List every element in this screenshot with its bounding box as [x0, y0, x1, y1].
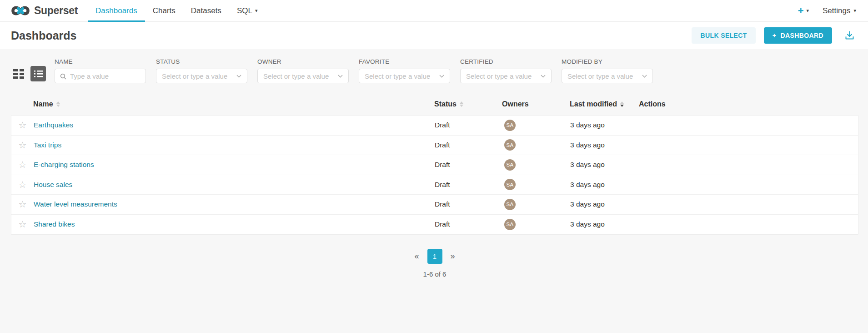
- last-modified-cell: 3 days ago: [570, 141, 639, 149]
- new-item-menu[interactable]: + ▾: [798, 6, 809, 16]
- owner-avatar[interactable]: SA: [504, 159, 516, 171]
- favorite-star-icon[interactable]: ☆: [19, 141, 27, 150]
- nav-item-sql[interactable]: SQL ▾: [229, 0, 266, 21]
- filter-label: STATUS: [156, 58, 247, 65]
- row-count-summary: 1-6 of 6: [11, 270, 858, 278]
- last-modified-cell: 3 days ago: [570, 220, 639, 228]
- header-actions: BULK SELECT + DASHBOARD: [692, 27, 856, 44]
- filter-name: NAME: [55, 58, 146, 83]
- card-view-icon: [13, 69, 24, 79]
- dashboard-link[interactable]: Taxi trips: [34, 141, 61, 149]
- content-area: NAME STATUS Select or type a value OWNE: [0, 49, 868, 333]
- sort-desc-icon: [620, 101, 624, 107]
- list-view-icon: [34, 71, 43, 77]
- status-cell: Draft: [435, 220, 502, 228]
- sort-icon: [56, 101, 60, 107]
- view-mode-toggle: [11, 66, 46, 83]
- favorite-star-icon[interactable]: ☆: [19, 180, 27, 189]
- nav-item-datasets[interactable]: Datasets: [183, 0, 229, 21]
- filter-label: CERTIFIED: [460, 58, 552, 65]
- page-title: Dashboards: [11, 29, 76, 42]
- status-cell: Draft: [435, 161, 502, 169]
- caret-down-icon: ▾: [807, 8, 809, 13]
- nav-item-charts[interactable]: Charts: [145, 0, 183, 21]
- nav-menu: Dashboards Charts Datasets SQL ▾: [88, 0, 265, 21]
- last-modified-cell: 3 days ago: [570, 121, 639, 129]
- dashboard-link[interactable]: E-charging stations: [34, 161, 94, 168]
- favorite-star-icon[interactable]: ☆: [19, 220, 27, 229]
- favorite-star-icon[interactable]: ☆: [19, 200, 27, 209]
- filter-owner: OWNER Select or type a value: [257, 58, 349, 83]
- name-filter-input[interactable]: [55, 69, 146, 83]
- page-header: Dashboards BULK SELECT + DASHBOARD: [0, 22, 868, 49]
- owner-avatar[interactable]: SA: [504, 219, 516, 230]
- navbar-right: + ▾ Settings ▾: [798, 0, 856, 21]
- table-row: ☆ Water level measurements Draft SA 3 da…: [11, 195, 858, 215]
- filter-label: MODIFIED BY: [562, 58, 653, 65]
- dashboards-table: Name Status Owners Last modified Actions…: [11, 93, 858, 235]
- favorite-star-icon[interactable]: ☆: [19, 121, 27, 130]
- plus-icon: +: [773, 32, 777, 39]
- caret-down-icon: ▾: [853, 8, 856, 13]
- superset-logo[interactable]: Superset: [11, 0, 78, 21]
- download-icon: [844, 30, 855, 41]
- filter-status: STATUS Select or type a value: [156, 58, 247, 83]
- favorite-filter-select[interactable]: Select or type a value: [359, 69, 450, 83]
- dashboard-link[interactable]: Shared bikes: [34, 220, 75, 228]
- status-filter-select[interactable]: Select or type a value: [156, 69, 247, 83]
- page-1-button[interactable]: 1: [427, 249, 442, 264]
- bulk-select-button[interactable]: BULK SELECT: [692, 27, 755, 44]
- brand-name: Superset: [34, 5, 78, 17]
- chevron-down-icon: [338, 75, 343, 78]
- top-navbar: Superset Dashboards Charts Datasets SQL …: [0, 0, 868, 22]
- dashboard-link[interactable]: Earthquakes: [34, 121, 73, 129]
- import-dashboards-button[interactable]: [843, 29, 856, 42]
- status-cell: Draft: [435, 121, 502, 129]
- table-row: ☆ Taxi trips Draft SA 3 days ago: [11, 136, 858, 156]
- dashboard-link[interactable]: House sales: [34, 181, 72, 188]
- favorite-star-icon[interactable]: ☆: [19, 160, 27, 169]
- chevron-down-icon: [541, 75, 546, 78]
- owner-avatar[interactable]: SA: [504, 199, 516, 210]
- settings-menu[interactable]: Settings ▾: [823, 6, 856, 15]
- column-header-actions: Actions: [639, 100, 858, 108]
- card-view-button[interactable]: [11, 66, 26, 81]
- previous-page-button[interactable]: «: [411, 250, 422, 263]
- last-modified-cell: 3 days ago: [570, 200, 639, 208]
- modified-by-filter-select[interactable]: Select or type a value: [562, 69, 653, 83]
- filter-label: OWNER: [257, 58, 349, 65]
- superset-infinity-icon: [11, 5, 30, 17]
- table-header-row: Name Status Owners Last modified Actions: [11, 93, 858, 115]
- column-header-last-modified[interactable]: Last modified: [570, 100, 639, 108]
- owner-avatar[interactable]: SA: [504, 139, 516, 151]
- chevron-down-icon: [236, 75, 241, 78]
- filter-certified: CERTIFIED Select or type a value: [460, 58, 552, 83]
- table-row: ☆ House sales Draft SA 3 days ago: [11, 175, 858, 195]
- dashboard-link[interactable]: Water level measurements: [34, 200, 117, 208]
- filter-bar: NAME STATUS Select or type a value OWNE: [11, 58, 858, 83]
- filter-modified-by: MODIFIED BY Select or type a value: [562, 58, 653, 83]
- owner-avatar[interactable]: SA: [504, 120, 516, 131]
- next-page-button[interactable]: »: [447, 250, 459, 263]
- table-body: ☆ Earthquakes Draft SA 3 days ago ☆ Taxi…: [11, 115, 858, 235]
- owner-avatar[interactable]: SA: [504, 179, 516, 190]
- filter-label: FAVORITE: [359, 58, 450, 65]
- owner-filter-select[interactable]: Select or type a value: [257, 69, 349, 83]
- filter-label: NAME: [55, 58, 146, 65]
- nav-item-dashboards[interactable]: Dashboards: [88, 0, 145, 21]
- new-dashboard-button[interactable]: + DASHBOARD: [764, 27, 832, 44]
- certified-filter-select[interactable]: Select or type a value: [460, 69, 552, 83]
- chevron-down-icon: [642, 75, 647, 78]
- status-cell: Draft: [435, 200, 502, 208]
- last-modified-cell: 3 days ago: [570, 181, 639, 189]
- column-header-name[interactable]: Name: [33, 100, 434, 108]
- table-row: ☆ Earthquakes Draft SA 3 days ago: [11, 116, 858, 136]
- column-header-owners: Owners: [502, 100, 570, 108]
- table-row: ☆ E-charging stations Draft SA 3 days ag…: [11, 155, 858, 175]
- table-row: ☆ Shared bikes Draft SA 3 days ago: [11, 215, 858, 235]
- status-cell: Draft: [435, 141, 502, 149]
- column-header-status[interactable]: Status: [434, 100, 502, 108]
- status-cell: Draft: [435, 181, 502, 189]
- list-view-button[interactable]: [30, 66, 46, 81]
- chevron-down-icon: [439, 75, 444, 78]
